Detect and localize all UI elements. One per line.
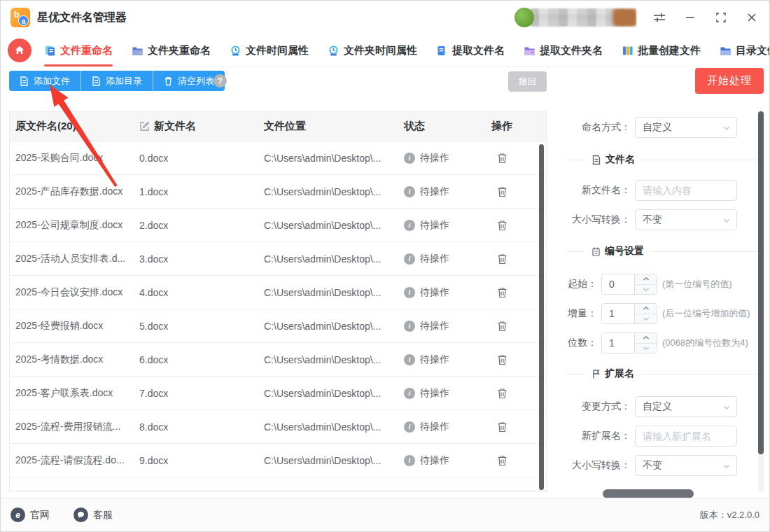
chevron-down-icon [722, 403, 731, 412]
trash-icon [496, 354, 508, 366]
status-text: 待操作 [420, 454, 449, 467]
step-up-button[interactable] [635, 333, 657, 343]
table-row: 2025-产品库存数据.docx 1.docx C:\Users\admin\D… [10, 175, 546, 209]
file-icon [20, 76, 29, 86]
extract-foldername-icon [524, 45, 536, 57]
filename-case-select[interactable]: 不变 [635, 209, 737, 230]
cell-new-name: 4.docx [139, 287, 258, 298]
delete-row-button[interactable] [495, 285, 510, 300]
edit-icon [139, 121, 150, 132]
delete-row-button[interactable] [495, 218, 510, 233]
step-down-button[interactable] [635, 284, 657, 295]
step-up-button[interactable] [635, 304, 657, 314]
chevron-down-icon [722, 124, 731, 132]
start-processing-button[interactable]: 开始处理 [695, 68, 764, 94]
home-button[interactable] [8, 38, 31, 62]
tab-folder-time[interactable]: 文件夹时间属性 [328, 34, 417, 66]
file-time-icon [230, 45, 241, 57]
delete-row-button[interactable] [495, 386, 510, 401]
cell-location: C:\Users\admin\Desktop\... [264, 253, 400, 265]
status-text: 待操作 [420, 253, 449, 265]
tab-file-rename[interactable]: 文件重命名 [44, 34, 113, 66]
start-number-stepper [601, 274, 657, 295]
step-up-button[interactable] [635, 274, 657, 284]
extension-case-select[interactable]: 不变 [635, 455, 737, 476]
trash-icon [496, 186, 508, 198]
delete-row-button[interactable] [495, 352, 510, 368]
table-row: 2025-活动人员安排表.d... 3.docx C:\Users\admin\… [10, 242, 546, 276]
table-row: 2025-采购合同.docx 0.docx C:\Users\admin\Des… [10, 141, 546, 175]
tab-file-time[interactable]: 文件时间属性 [230, 34, 309, 66]
official-website-link[interactable]: e 官网 [10, 507, 50, 522]
info-icon: i [404, 354, 415, 365]
cell-location: C:\Users\admin\Desktop\... [264, 421, 400, 433]
digits-label: 位数： [561, 337, 597, 349]
cell-location: C:\Users\admin\Desktop\... [264, 186, 400, 197]
change-mode-label: 变更方式： [561, 400, 631, 413]
tab-folder-rename[interactable]: 文件夹重命名 [132, 34, 211, 66]
increment-input[interactable] [602, 304, 634, 323]
tabbar: 文件重命名文件夹重命名文件时间属性文件夹时间属性提取文件名提取文件夹名批量创建文… [1, 34, 769, 67]
naming-mode-select[interactable]: 自定义 [635, 117, 737, 138]
close-button[interactable] [744, 10, 760, 25]
table-body: 2025-采购合同.docx 0.docx C:\Users\admin\Des… [10, 141, 546, 477]
digits-note: (0068的编号位数为4) [662, 337, 748, 349]
tab-extract-foldername[interactable]: 提取文件夹名 [524, 34, 603, 66]
delete-row-button[interactable] [495, 251, 510, 267]
tab-extract-filename[interactable]: 提取文件名 [436, 34, 505, 66]
batch-create-icon [622, 45, 634, 57]
cell-new-name: 2.docx [139, 220, 258, 231]
help-button[interactable]: ? [214, 74, 227, 88]
trash-icon [496, 387, 508, 400]
digits-input[interactable] [602, 333, 634, 353]
cell-original-name: 2025-流程-费用报销流... [15, 421, 136, 433]
add-directory-button[interactable]: 添加目录 [80, 71, 153, 91]
status-text: 待操作 [420, 421, 449, 433]
table-row: 2025-流程-费用报销流... 8.docx C:\Users\admin\D… [10, 410, 546, 444]
tab-label: 文件夹重命名 [148, 44, 211, 57]
step-down-button[interactable] [635, 343, 657, 354]
status-text: 待操作 [420, 320, 449, 332]
step-down-button[interactable] [635, 314, 657, 324]
info-icon: i [404, 153, 415, 164]
minimize-button[interactable] [682, 10, 698, 25]
status-text: 待操作 [420, 354, 449, 366]
app-title: 星优文件名管理器 [37, 10, 127, 25]
col-status: 状态 [404, 120, 425, 133]
new-extension-input[interactable] [635, 426, 737, 447]
increment-stepper [601, 303, 657, 324]
undo-button[interactable]: 撤回 [508, 71, 547, 92]
status-text: 待操作 [420, 152, 449, 164]
delete-row-button[interactable] [495, 453, 510, 468]
files-rename-icon [44, 45, 56, 57]
numbering-icon [592, 246, 601, 257]
delete-row-button[interactable] [495, 318, 510, 334]
delete-row-button[interactable] [495, 150, 510, 166]
tab-batch-create[interactable]: 批量创建文件 [622, 34, 701, 66]
add-files-button[interactable]: 添加文件 [9, 71, 80, 91]
cell-new-name: 7.docx [139, 388, 258, 399]
cell-original-name: 2025-活动人员安排表.d... [15, 253, 136, 265]
chevron-down-icon [722, 216, 731, 225]
col-location: 文件位置 [264, 120, 400, 133]
info-icon: i [404, 220, 415, 231]
customer-support-link[interactable]: 客服 [74, 507, 113, 522]
cell-location: C:\Users\admin\Desktop\... [264, 388, 400, 399]
numbering-section-header: 编号设置 [561, 244, 762, 258]
change-mode-select[interactable]: 自定义 [635, 396, 737, 417]
panel-scrollbar-thumb[interactable] [758, 111, 764, 454]
cell-new-name: 9.docx [139, 455, 258, 466]
cell-location: C:\Users\admin\Desktop\... [264, 354, 400, 365]
start-number-input[interactable] [602, 274, 634, 294]
delete-row-button[interactable] [495, 419, 510, 435]
table-row: 2025-考情数据.docx 6.docx C:\Users\admin\Des… [10, 343, 546, 377]
maximize-button[interactable] [713, 10, 729, 25]
delete-row-button[interactable] [495, 184, 510, 200]
table-scrollbar-thumb[interactable] [539, 144, 544, 490]
new-filename-input[interactable] [635, 180, 737, 201]
cell-original-name: 2025-考情数据.docx [15, 354, 136, 366]
user-account[interactable] [514, 7, 636, 28]
tab-merge-extract[interactable]: 目录文件合并/提取 [720, 34, 770, 66]
settings-sliders-icon[interactable] [652, 10, 667, 25]
trash-icon [496, 454, 508, 467]
